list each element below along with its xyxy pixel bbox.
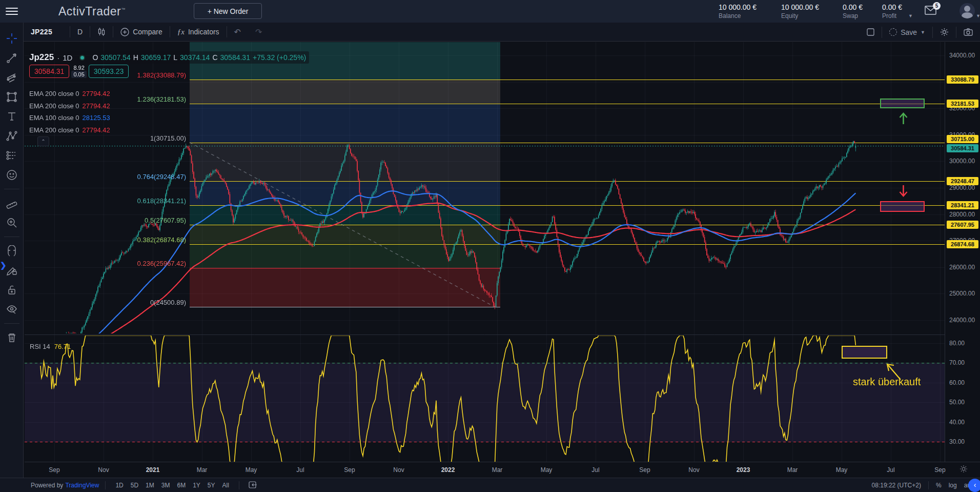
- range-button-5y[interactable]: 5Y: [204, 481, 219, 490]
- price-level-badge: 30715.00: [947, 135, 978, 143]
- profit-block: 0.00 €Profit: [882, 3, 902, 19]
- price-gridline-label: 24000.00: [949, 317, 975, 324]
- settings-button[interactable]: [933, 23, 956, 42]
- lock-drawings-tool[interactable]: [3, 281, 21, 299]
- price-gridline-label: 34000.00: [949, 52, 975, 59]
- legend-timeframe: 1D: [63, 53, 72, 62]
- new-order-button[interactable]: + New Order: [194, 3, 262, 19]
- ruler-tool[interactable]: [3, 194, 21, 212]
- shapes-tool[interactable]: [3, 88, 21, 106]
- gear-icon: [940, 28, 949, 36]
- axis-settings-gear-icon[interactable]: [959, 465, 968, 475]
- ema-legend-row[interactable]: EMA 200 close 027794.42: [29, 102, 110, 110]
- chart-toolbar: JP225 D Compare ƒx Indicators ↶ ↷ Save: [24, 23, 980, 42]
- price-level-badge: 32181.53: [947, 100, 978, 108]
- time-axis-label: May: [541, 466, 553, 474]
- screenshot-button[interactable]: [956, 23, 980, 42]
- layout-button[interactable]: [860, 23, 882, 42]
- current-price-badge: 30584.31: [947, 144, 978, 152]
- price-level-badge: 26874.68: [947, 240, 978, 248]
- powered-by: Powered by TradingView: [31, 482, 99, 489]
- mail-icon[interactable]: 5: [925, 5, 938, 16]
- time-axis-label: Nov: [98, 466, 109, 474]
- profit-caret-icon[interactable]: ▼: [908, 13, 913, 18]
- rsi-legend[interactable]: RSI 1476.71: [30, 343, 71, 350]
- layout-grid-icon: [867, 28, 874, 36]
- app-logo: ActivTrader™: [58, 5, 126, 18]
- percent-scale-button[interactable]: %: [936, 482, 942, 489]
- bottom-bar: Powered by TradingView 1D5D1M3M6M1Y5YAll…: [0, 478, 980, 492]
- time-axis-label: Mar: [787, 466, 798, 474]
- time-axis-label: Sep: [639, 466, 650, 474]
- hide-drawings-tool[interactable]: [3, 301, 21, 318]
- redo-button[interactable]: ↷: [248, 23, 269, 42]
- price-gridline-label: 26000.00: [949, 264, 975, 271]
- price-level-badge: 27607.95: [947, 221, 978, 229]
- tradingview-link[interactable]: TradingView: [65, 482, 99, 489]
- crosshair-tool[interactable]: [3, 30, 21, 47]
- market-status-dot[interactable]: [79, 55, 85, 61]
- price-gridline-label: 28000.00: [949, 211, 975, 218]
- time-axis-label: May: [836, 466, 848, 474]
- zoom-in-tool[interactable]: [3, 214, 21, 231]
- chart-style-button[interactable]: [90, 23, 113, 42]
- range-button-6m[interactable]: 6M: [173, 481, 189, 490]
- log-scale-button[interactable]: log: [949, 482, 957, 489]
- fib-level-label: 0.618(28341.21): [77, 197, 186, 205]
- fib-level-label: 1(30715.00): [77, 134, 186, 142]
- change-value: +75.32 (+0.25%): [253, 53, 306, 62]
- range-button-1y[interactable]: 1Y: [189, 481, 204, 490]
- compare-button[interactable]: Compare: [113, 23, 170, 42]
- forecast-tool[interactable]: [3, 147, 21, 164]
- price-chart-canvas[interactable]: [25, 42, 945, 462]
- trend-line-tool[interactable]: [3, 49, 21, 67]
- sell-button[interactable]: 30584.31: [29, 65, 69, 78]
- cloud-save-icon: [889, 28, 897, 36]
- drawing-toolbar: [0, 23, 24, 478]
- top-header: ActivTrader™ + New Order 10 000.00 €Bala…: [0, 0, 980, 23]
- ema-legend-row[interactable]: EMA 100 close 028125.53: [29, 114, 110, 122]
- avatar[interactable]: [959, 3, 975, 18]
- emoji-tool[interactable]: [3, 166, 21, 184]
- legend-symbol: Jp225: [29, 52, 54, 63]
- remove-drawings-tool[interactable]: [3, 329, 21, 346]
- chart-legend[interactable]: Jp225 · 1D O30507.54 H30659.17 L30374.14…: [29, 51, 309, 64]
- text-tool[interactable]: [3, 108, 21, 125]
- timeframe-button[interactable]: D: [70, 23, 90, 42]
- price-level-badge: 29248.47: [947, 177, 978, 185]
- save-button[interactable]: Save ▼: [882, 23, 932, 42]
- compare-plus-icon: [120, 28, 129, 36]
- panel-expand-chevron[interactable]: ❯: [0, 261, 7, 270]
- symbol-search-button[interactable]: JP225: [24, 23, 70, 42]
- mail-badge: 5: [933, 2, 941, 10]
- equity-block: 10 000.00 €Equity: [781, 3, 819, 19]
- rsi-gridline-label: 40.00: [949, 419, 965, 426]
- time-axis-label: 2021: [146, 466, 160, 474]
- range-button-all[interactable]: All: [219, 481, 233, 490]
- range-button-1m[interactable]: 1M: [142, 481, 158, 490]
- server-clock[interactable]: 08:19:22 (UTC+2): [872, 482, 921, 489]
- ohlc-values: O30507.54 H30659.17 L30374.14 C30584.31 …: [92, 53, 306, 62]
- fib-level-label: 0(24500.89): [77, 299, 186, 306]
- legend-collapse-button[interactable]: ⌃: [37, 136, 49, 146]
- ema-legend-row[interactable]: EMA 200 close 027794.42: [29, 126, 110, 134]
- range-button-1d[interactable]: 1D: [112, 481, 127, 490]
- fib-level-label: 0.236(25967.42): [77, 260, 186, 267]
- indicators-button[interactable]: ƒx Indicators: [170, 23, 227, 42]
- hamburger-menu-icon[interactable]: [0, 0, 24, 23]
- swap-block: 0.00 €Swap: [843, 3, 863, 19]
- range-button-5d[interactable]: 5D: [127, 481, 142, 490]
- rsi-gridline-label: 80.00: [949, 340, 965, 347]
- undo-button[interactable]: ↶: [227, 23, 248, 42]
- collapse-panel-button[interactable]: ‹: [968, 479, 980, 492]
- avatar-caret-icon[interactable]: ▼: [976, 13, 980, 18]
- range-button-3m[interactable]: 3M: [158, 481, 174, 490]
- go-to-date-icon[interactable]: [249, 481, 257, 490]
- pattern-tool[interactable]: [3, 127, 21, 145]
- price-axis[interactable]: 34000.0032000.0031000.0030000.0029000.00…: [945, 42, 980, 462]
- magnet-tool[interactable]: [3, 242, 21, 260]
- range-selector: 1D5D1M3M6M1Y5YAll: [112, 481, 232, 490]
- time-axis[interactable]: SepNov2021MarMayJulSepNov2022MarMayJulSe…: [25, 462, 980, 478]
- time-axis-label: Nov: [393, 466, 404, 474]
- gann-fib-tool[interactable]: [3, 69, 21, 86]
